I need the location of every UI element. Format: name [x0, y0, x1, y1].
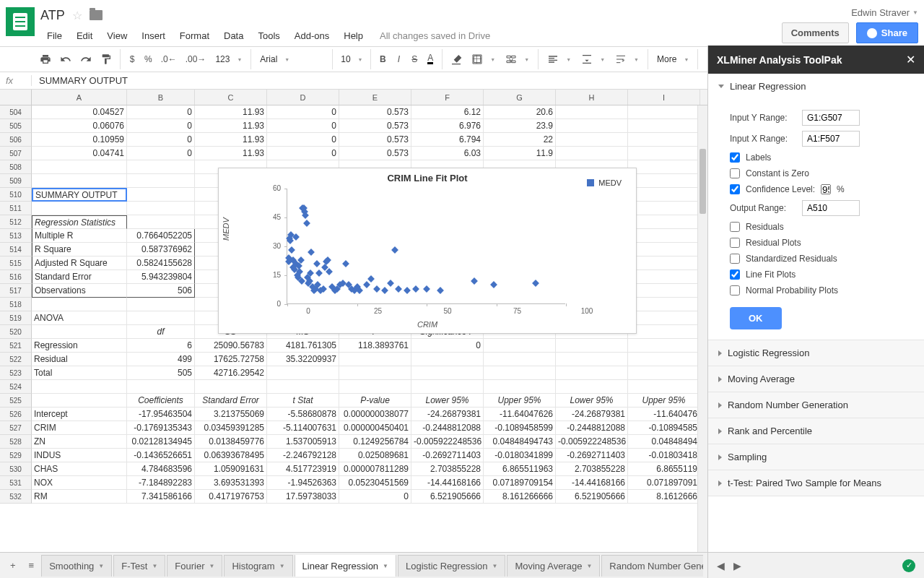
menu-edit[interactable]: Edit — [70, 27, 99, 44]
row-header[interactable]: 505 — [0, 119, 32, 133]
cell[interactable]: Multiple R — [32, 229, 127, 243]
cell[interactable]: CRIM — [32, 421, 127, 435]
cell[interactable]: Intercept — [32, 407, 127, 421]
align-v-button[interactable] — [577, 51, 609, 68]
cell[interactable]: Observations — [32, 284, 127, 298]
row-header[interactable]: 518 — [0, 298, 32, 311]
menu-view[interactable]: View — [100, 27, 134, 44]
input-confidence[interactable] — [821, 184, 831, 194]
input-output-range[interactable] — [802, 200, 860, 216]
borders-button[interactable] — [467, 51, 500, 68]
menu-tools[interactable]: Tools — [251, 27, 286, 44]
cell[interactable] — [556, 366, 628, 380]
cell[interactable]: Upper 95% — [484, 394, 556, 407]
cell[interactable]: 3.693531393 — [195, 476, 267, 490]
cell[interactable]: 0.06076 — [32, 119, 127, 133]
redo-icon[interactable] — [77, 51, 95, 68]
paint-format-icon[interactable] — [97, 51, 116, 68]
prev-arrow-icon[interactable]: ◀ — [717, 560, 725, 571]
col-header-A[interactable]: A — [32, 90, 127, 105]
cell[interactable]: 20.6 — [484, 105, 556, 119]
cell[interactable]: -0.1436526651 — [127, 449, 195, 462]
cell[interactable]: P-value — [339, 394, 411, 407]
cell[interactable] — [628, 229, 700, 243]
print-icon[interactable] — [36, 51, 55, 68]
decrease-decimal[interactable]: .0← — [157, 51, 180, 67]
cell[interactable]: 0 — [267, 119, 339, 133]
row-header[interactable]: 517 — [0, 284, 32, 298]
col-header-G[interactable]: G — [484, 90, 556, 105]
cell[interactable]: -0.1089458599 — [484, 421, 556, 435]
checkbox-normal-prob[interactable] — [730, 285, 740, 296]
cell[interactable]: Coefficients — [127, 394, 195, 407]
cell[interactable]: 0.000000450401 — [339, 421, 411, 435]
cell[interactable]: Lower 95% — [556, 394, 628, 407]
cell[interactable]: 0.04848494 — [628, 435, 700, 449]
cell[interactable]: 6.521905666 — [556, 490, 628, 504]
font-select[interactable]: Arial — [256, 51, 328, 67]
sheets-logo[interactable] — [6, 7, 35, 36]
cell[interactable]: 22 — [484, 133, 556, 147]
cell[interactable]: 6 — [127, 339, 195, 353]
cell[interactable]: -0.005922248536 — [411, 435, 484, 449]
chart-crim-line-fit[interactable]: CRIM Line Fit Plot MEDV MEDV CRIM 015304… — [218, 168, 637, 334]
cell[interactable]: 0.573 — [339, 133, 411, 147]
bold-button[interactable]: B — [375, 51, 390, 67]
row-header[interactable]: 512 — [0, 215, 32, 229]
cell[interactable]: 0.7664052205 — [127, 229, 195, 243]
cell[interactable]: -0.2448812088 — [556, 421, 628, 435]
cell[interactable]: 506 — [127, 284, 195, 298]
cell[interactable] — [127, 188, 195, 202]
cell[interactable]: 35.32209937 — [267, 353, 339, 366]
ok-button[interactable]: OK — [730, 307, 782, 329]
cell[interactable]: 25090.56783 — [195, 339, 267, 353]
checkbox-std-residuals[interactable] — [730, 254, 740, 264]
cell[interactable] — [556, 133, 628, 147]
cell[interactable] — [32, 160, 127, 174]
cell[interactable]: -14.44168166 — [411, 476, 484, 490]
cell[interactable] — [411, 380, 484, 394]
input-y-range[interactable] — [802, 110, 860, 126]
merge-button[interactable] — [501, 51, 533, 68]
cell[interactable] — [556, 105, 628, 119]
cell[interactable] — [127, 202, 195, 215]
col-header-C[interactable]: C — [195, 90, 267, 105]
cell[interactable] — [628, 311, 700, 325]
cell[interactable]: 7.341586166 — [127, 490, 195, 504]
sheet-tab-f-test[interactable]: F-Test▼ — [113, 555, 165, 577]
sheet-tab-moving-average[interactable]: Moving Average▼ — [507, 555, 600, 577]
col-header-F[interactable]: F — [411, 90, 484, 105]
checkbox-constant-zero[interactable] — [730, 168, 740, 178]
cell[interactable] — [556, 339, 628, 353]
cell[interactable] — [628, 270, 700, 284]
cell[interactable]: ZN — [32, 435, 127, 449]
cell[interactable] — [628, 325, 700, 339]
row-header[interactable]: 525 — [0, 394, 32, 407]
spreadsheet-grid[interactable]: A B C D E F G H I 5040.04527011.9300.573… — [0, 90, 707, 552]
format-percent[interactable]: % — [141, 51, 156, 67]
cell[interactable]: 17.59738033 — [267, 490, 339, 504]
col-header-D[interactable]: D — [267, 90, 339, 105]
cell[interactable]: 8.1612666 — [628, 490, 700, 504]
cell[interactable]: Regression Statistics — [32, 215, 127, 229]
row-header[interactable]: 530 — [0, 462, 32, 476]
cell[interactable] — [628, 380, 700, 394]
cell[interactable]: Standard Error — [195, 394, 267, 407]
add-sheet-button[interactable]: + — [4, 556, 22, 575]
cell[interactable]: t Stat — [267, 394, 339, 407]
section-moving-average[interactable]: Moving Average — [708, 366, 924, 392]
row-header[interactable]: 509 — [0, 174, 32, 188]
cell[interactable]: 0.025089681 — [339, 449, 411, 462]
cell[interactable]: 499 — [127, 353, 195, 366]
cell[interactable]: Residual — [32, 353, 127, 366]
menu-addons[interactable]: Add-ons — [288, 27, 336, 44]
cell[interactable]: 0.573 — [339, 119, 411, 133]
cell[interactable] — [32, 380, 127, 394]
cell[interactable]: 0 — [127, 105, 195, 119]
cell[interactable]: -24.26879381 — [556, 407, 628, 421]
cell[interactable] — [267, 366, 339, 380]
row-header[interactable]: 513 — [0, 229, 32, 243]
cell[interactable]: 6.865511963 — [484, 462, 556, 476]
row-header[interactable]: 531 — [0, 476, 32, 490]
cell[interactable] — [339, 380, 411, 394]
